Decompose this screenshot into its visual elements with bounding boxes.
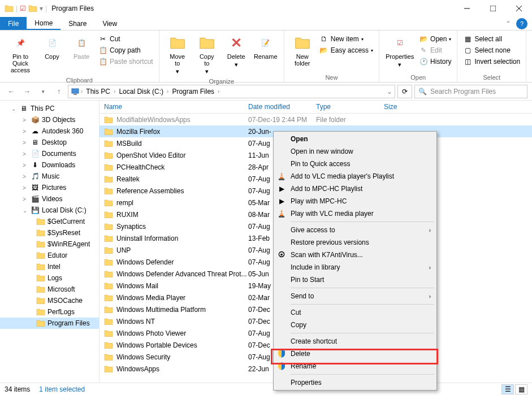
close-button[interactable] — [506, 0, 532, 17]
sidebar-item[interactable]: ⌄💾Local Disk (C:) — [0, 205, 99, 216]
qat-divider2: | — [45, 5, 47, 12]
ctx-cut[interactable]: Cut — [275, 306, 435, 319]
move-to-button[interactable]: Move to▾ — [163, 32, 192, 77]
ctx-mpc-add[interactable]: ▶Add to MPC-HC Playlist — [275, 183, 435, 195]
copy-button[interactable]: 📄Copy — [37, 32, 67, 62]
easy-access-button[interactable]: 📂Easy access ▾ — [318, 45, 374, 55]
rename-button[interactable]: 📝Rename — [251, 32, 280, 62]
ctx-rename[interactable]: Rename — [275, 360, 435, 372]
copy-to-button[interactable]: Copy to▾ — [192, 32, 222, 77]
sidebar-item[interactable]: $WinREAgent — [0, 238, 99, 250]
new-item-button[interactable]: 🗋New item ▾ — [318, 34, 374, 44]
invert-selection-icon: ◫ — [463, 57, 472, 66]
search-input[interactable]: 🔍 Search Program Files — [414, 85, 527, 98]
sidebar-item[interactable]: PerfLogs — [0, 306, 99, 318]
svg-rect-8 — [73, 94, 77, 95]
maximize-button[interactable] — [480, 0, 506, 17]
sidebar-item-thispc[interactable]: ⌄🖥This PC — [0, 103, 99, 114]
ctx-vlc-play[interactable]: Play with VLC media player — [275, 207, 435, 220]
sidebar-item[interactable]: Edutor — [0, 250, 99, 261]
tab-home[interactable]: Home — [27, 17, 60, 30]
ctx-copy[interactable]: Copy — [275, 319, 435, 331]
sidebar-item[interactable]: >🖥Desktop — [0, 137, 99, 148]
ctx-properties[interactable]: Properties — [275, 376, 435, 389]
tab-file[interactable]: File — [0, 17, 27, 30]
paste-button[interactable]: 📋Paste — [67, 32, 96, 62]
addr-dropdown[interactable]: ⌄ — [387, 88, 392, 96]
breadcrumb-item[interactable]: Local Disk (C:) — [116, 88, 166, 96]
sidebar-item[interactable]: Intel — [0, 261, 99, 272]
ctx-open[interactable]: Open — [275, 133, 435, 145]
col-date[interactable]: Date modified — [248, 103, 316, 111]
sidebar-item[interactable]: $SysReset — [0, 227, 99, 238]
col-type[interactable]: Type — [316, 103, 384, 111]
history-button[interactable]: 🕐History — [418, 57, 452, 67]
help-button[interactable]: ? — [516, 18, 527, 29]
folder-icon — [104, 139, 113, 148]
column-headers[interactable]: Name Date modified Type Size — [100, 101, 532, 114]
ctx-mpc-play[interactable]: ▶Play with MPC-HC — [275, 195, 435, 207]
navigation-pane[interactable]: ⌄🖥This PC >📦3D Objects>☁Autodesk 360>🖥De… — [0, 101, 100, 383]
pc-icon: 🖥 — [19, 104, 28, 113]
breadcrumb-item[interactable]: Program Files — [170, 88, 217, 96]
ctx-vlc-add[interactable]: Add to VLC media player's Playlist — [275, 170, 435, 183]
breadcrumb-item[interactable]: This PC — [84, 88, 113, 96]
ctx-restore[interactable]: Restore previous versions — [275, 236, 435, 249]
ctx-delete[interactable]: Delete — [275, 348, 435, 360]
view-details-button[interactable]: ☰ — [501, 384, 514, 394]
sidebar-item[interactable]: MSOCache — [0, 295, 99, 306]
sidebar-item[interactable]: Program Files — [0, 318, 99, 329]
sidebar-item[interactable]: Logs — [0, 272, 99, 284]
nav-back-button[interactable]: ← — [5, 85, 18, 98]
ctx-include-library[interactable]: Include in library› — [275, 261, 435, 274]
tab-view[interactable]: View — [94, 17, 125, 30]
refresh-button[interactable]: ⟳ — [397, 85, 412, 98]
properties-button[interactable]: ☑Properties▾ — [383, 32, 417, 70]
sidebar-item[interactable]: >📦3D Objects — [0, 114, 99, 125]
view-large-button[interactable]: ▦ — [515, 384, 527, 394]
nav-up-button[interactable]: ↑ — [52, 85, 66, 98]
qat-overflow[interactable]: ▾ — [40, 5, 43, 12]
sidebar-item[interactable]: >📄Documents — [0, 148, 99, 159]
sidebar-item[interactable]: Microsoft — [0, 284, 99, 295]
col-name[interactable]: Name — [104, 103, 248, 111]
vlc-icon — [277, 209, 286, 218]
move-to-icon — [168, 34, 187, 52]
qat-check-icon[interactable]: ☑ — [20, 5, 26, 12]
ctx-pin-quick-access[interactable]: Pin to Quick access — [275, 158, 435, 170]
search-placeholder: Search Program Files — [430, 88, 496, 96]
sidebar-item[interactable]: >☁Autodesk 360 — [0, 125, 99, 137]
sidebar-item[interactable]: >⬇Downloads — [0, 159, 99, 171]
select-all-button[interactable]: ▦Select all — [462, 34, 521, 44]
copy-path-button[interactable]: 📋Copy path — [97, 45, 154, 55]
ctx-send-to[interactable]: Send to› — [275, 290, 435, 302]
pin-to-quick-access-button[interactable]: 📌Pin to Quick access — [3, 32, 37, 76]
nav-forward-button[interactable]: → — [20, 85, 34, 98]
address-bar[interactable]: › This PC› Local Disk (C:)› Program File… — [68, 85, 395, 98]
col-size[interactable]: Size — [384, 103, 418, 111]
pin-icon: 📌 — [11, 34, 29, 52]
cut-button[interactable]: ✂Cut — [97, 34, 154, 44]
minimize-button[interactable] — [454, 0, 480, 17]
sidebar-item[interactable]: >🖼Pictures — [0, 182, 99, 193]
open-button[interactable]: 📂Open ▾ — [418, 34, 452, 44]
sidebar-item[interactable]: $GetCurrent — [0, 216, 99, 227]
ribbon-collapse-button[interactable]: ⌃ — [503, 17, 514, 30]
invert-selection-button[interactable]: ◫Invert selection — [462, 57, 521, 67]
ctx-give-access[interactable]: Give access to› — [275, 224, 435, 236]
ctx-create-shortcut[interactable]: Create shortcut — [275, 335, 435, 348]
folder-icon — [104, 115, 113, 124]
tab-share[interactable]: Share — [60, 17, 94, 30]
sidebar-item[interactable]: >🎬Videos — [0, 193, 99, 205]
select-none-button[interactable]: ▢Select none — [462, 45, 521, 55]
nav-recent-button[interactable]: ▾ — [36, 85, 50, 98]
edit-button[interactable]: ✎Edit — [418, 45, 452, 55]
file-row[interactable]: ModifiableWindowsApps07-Dec-19 2:44 PMFi… — [100, 114, 532, 125]
paste-shortcut-button[interactable]: 📋Paste shortcut — [97, 57, 154, 67]
sidebar-item[interactable]: >🎵Music — [0, 171, 99, 182]
ctx-open-new-window[interactable]: Open in new window — [275, 145, 435, 158]
delete-button[interactable]: ✕Delete▾ — [222, 32, 251, 70]
ctx-scan-k7[interactable]: ⦿Scan with K7AntiVirus... — [275, 249, 435, 261]
ctx-pin-start[interactable]: Pin to Start — [275, 274, 435, 286]
new-folder-button[interactable]: New folder — [288, 32, 317, 69]
